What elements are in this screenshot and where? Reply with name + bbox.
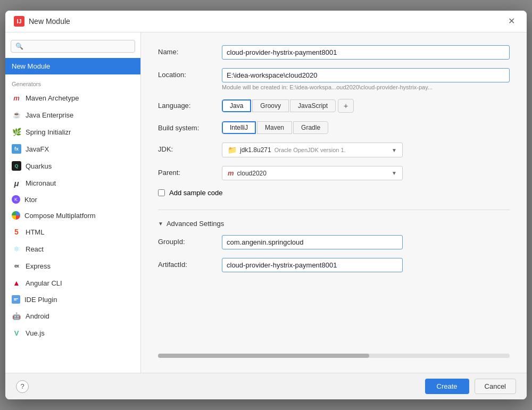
name-label: Name:: [158, 45, 222, 56]
advanced-title-row[interactable]: ▼ Advanced Settings: [158, 220, 510, 228]
build-intellij-btn[interactable]: IntelliJ: [222, 121, 256, 134]
sidebar-item-label: Quarkus: [26, 162, 52, 170]
dialog-footer: ? Create Cancel: [5, 373, 527, 399]
parent-row: Parent: m cloud2020 ▼: [158, 166, 510, 180]
jdk-folder-icon: 📁: [228, 146, 237, 154]
build-btn-group: IntelliJ Maven Gradle: [222, 121, 510, 134]
advanced-title-text: Advanced Settings: [167, 220, 224, 228]
sidebar-item-label: Micronaut: [26, 179, 56, 187]
add-language-btn[interactable]: +: [338, 99, 354, 113]
create-button[interactable]: Create: [425, 379, 469, 394]
parent-field: m cloud2020 ▼: [222, 166, 510, 180]
sidebar-item-java[interactable]: ☕ Java Enterprise: [5, 106, 140, 123]
parent-select[interactable]: m cloud2020 ▼: [222, 166, 403, 180]
lang-js-btn[interactable]: JavaScript: [290, 99, 336, 112]
location-field: Module will be created in: E:\idea-works…: [222, 68, 510, 90]
sidebar-item-angular[interactable]: ▲ Angular CLI: [5, 274, 140, 291]
sidebar-item-maven[interactable]: m Maven Archetype: [5, 89, 140, 106]
build-label: Build system:: [158, 121, 222, 132]
location-hint: Module will be created in: E:\idea-works…: [222, 84, 510, 90]
name-input[interactable]: [222, 45, 510, 60]
parent-dropdown-icon: ▼: [392, 170, 397, 176]
sample-code-label[interactable]: Add sample code: [169, 189, 222, 197]
jdk-label: JDK:: [158, 143, 222, 153]
horizontal-scrollbar[interactable]: [158, 354, 510, 358]
sidebar-item-label: React: [26, 245, 44, 253]
dialog-title: New Module: [29, 17, 70, 26]
chevron-down-icon: ▼: [158, 221, 163, 227]
search-input[interactable]: [26, 43, 130, 50]
build-maven-btn[interactable]: Maven: [257, 121, 292, 134]
jdk-dropdown-icon: ▼: [392, 147, 397, 153]
location-input[interactable]: [222, 68, 510, 82]
build-row: Build system: IntelliJ Maven Gradle: [158, 121, 510, 134]
jdk-field: 📁 jdk1.8u271 Oracle OpenJDK version 1. ▼: [222, 143, 510, 157]
sidebar-item-label: Maven Archetype: [26, 94, 79, 102]
search-icon: 🔍: [15, 43, 23, 50]
lang-groovy-btn[interactable]: Groovy: [252, 99, 289, 112]
express-icon: ex: [12, 261, 21, 271]
jdk-version-text: jdk1.8u271: [240, 146, 271, 154]
vue-icon: V: [12, 328, 21, 338]
sidebar-item-javafx[interactable]: fx JavaFX: [5, 140, 140, 157]
sidebar-item-vue[interactable]: V Vue.js: [5, 324, 140, 341]
svg-rect-1: [14, 300, 16, 301]
build-gradle-btn[interactable]: Gradle: [293, 121, 328, 134]
title-bar: IJ New Module ✕: [5, 11, 527, 32]
sidebar-item-label: Android: [26, 312, 49, 320]
groupid-label: GroupId:: [158, 235, 222, 246]
title-bar-left: IJ New Module: [14, 16, 70, 27]
sidebar-item-android[interactable]: 🤖 Android: [5, 307, 140, 324]
micronaut-icon: μ: [12, 178, 21, 188]
sidebar-item-express[interactable]: ex Express: [5, 257, 140, 274]
sidebar-item-html[interactable]: 5 HTML: [5, 223, 140, 240]
sidebar-item-label: Angular CLI: [26, 279, 62, 287]
jdk-subtitle-text: Oracle OpenJDK version 1.: [275, 147, 346, 153]
sidebar-item-micronaut[interactable]: μ Micronaut: [5, 174, 140, 191]
cancel-button[interactable]: Cancel: [475, 379, 516, 394]
language-field: Java Groovy JavaScript +: [222, 99, 510, 113]
footer-left: ?: [16, 380, 29, 393]
scrollbar-thumb: [158, 354, 369, 358]
spring-icon: 🌿: [12, 127, 21, 137]
sidebar-item-quarkus[interactable]: Q Quarkus: [5, 157, 140, 174]
main-content: Name: Location: Module will be created i…: [141, 32, 527, 373]
sample-code-checkbox[interactable]: [158, 189, 165, 196]
maven-icon: m: [12, 93, 21, 103]
jdk-select-content: 📁 jdk1.8u271 Oracle OpenJDK version 1.: [228, 146, 346, 154]
groupid-input[interactable]: [222, 235, 403, 249]
sidebar-item-label: JavaFX: [26, 145, 49, 153]
location-label: Location:: [158, 68, 222, 79]
search-box[interactable]: 🔍: [11, 40, 135, 53]
groupid-field: [222, 235, 510, 249]
sidebar-item-compose[interactable]: Compose Multiplatform: [5, 207, 140, 223]
sidebar-item-label: Spring Initializr: [26, 128, 71, 136]
sidebar-item-label: Compose Multiplatform: [24, 212, 96, 220]
artifactid-input[interactable]: [222, 258, 403, 272]
android-icon: 🤖: [12, 311, 21, 321]
sidebar-active-item[interactable]: New Module: [5, 58, 140, 74]
sidebar-item-label: Ktor: [24, 196, 37, 204]
html-icon: 5: [12, 227, 21, 237]
sidebar-item-label: Vue.js: [26, 329, 45, 337]
svg-rect-0: [14, 298, 18, 299]
artifactid-field: [222, 258, 510, 272]
parent-value-text: cloud2020: [237, 170, 267, 177]
location-row: Location: Module will be created in: E:\…: [158, 68, 510, 90]
sidebar-item-spring[interactable]: 🌿 Spring Initializr: [5, 123, 140, 140]
sidebar-item-react[interactable]: ⚛ React: [5, 240, 140, 257]
language-btn-group: Java Groovy JavaScript: [222, 99, 336, 112]
sidebar-item-label: HTML: [26, 228, 44, 236]
parent-label: Parent:: [158, 166, 222, 177]
help-button[interactable]: ?: [16, 380, 29, 393]
sidebar-item-ide[interactable]: IDE Plugin: [5, 291, 140, 307]
language-label: Language:: [158, 99, 222, 110]
section-divider: [158, 210, 510, 210]
jdk-select[interactable]: 📁 jdk1.8u271 Oracle OpenJDK version 1. ▼: [222, 143, 403, 157]
react-icon: ⚛: [12, 244, 21, 254]
advanced-section: ▼ Advanced Settings GroupId: ArtifactId:: [158, 220, 510, 281]
close-button[interactable]: ✕: [505, 16, 518, 27]
lang-java-btn[interactable]: Java: [222, 99, 251, 112]
parent-maven-icon: m: [228, 169, 234, 177]
sidebar-item-ktor[interactable]: K Ktor: [5, 191, 140, 207]
